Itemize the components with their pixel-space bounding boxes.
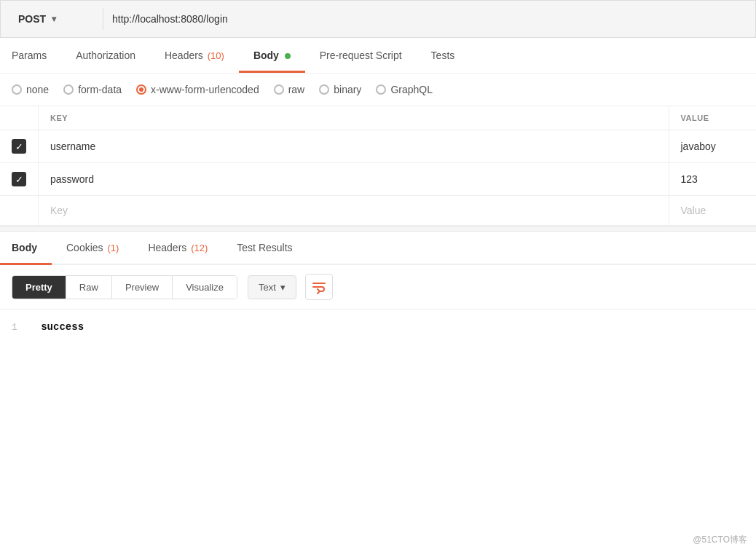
radio-none-circle xyxy=(12,84,22,95)
url-input[interactable] xyxy=(109,7,747,31)
response-format-bar: Pretty Raw Preview Visualize Text ▾ xyxy=(0,265,756,309)
cookies-badge: (1) xyxy=(107,243,119,253)
request-tabs: Params Authorization Headers (10) Body P… xyxy=(0,38,756,74)
format-tab-preview[interactable]: Preview xyxy=(112,276,173,299)
wrap-button[interactable] xyxy=(305,274,333,300)
radio-urlencoded-circle xyxy=(136,84,146,95)
radio-none-label: none xyxy=(26,84,49,95)
row2-key[interactable]: password xyxy=(39,163,669,196)
radio-graphql[interactable]: GraphQL xyxy=(376,84,433,95)
response-tab-headers[interactable]: Headers (12) xyxy=(133,232,222,264)
line-number-1: 1 xyxy=(12,322,17,333)
method-dropdown[interactable]: POST ▾ xyxy=(9,7,97,31)
text-dropdown-label: Text xyxy=(259,282,276,293)
row2-value[interactable]: 123 xyxy=(669,163,756,196)
col-checkbox-header xyxy=(0,106,39,130)
tab-body[interactable]: Body xyxy=(239,38,305,73)
radio-binary-circle xyxy=(319,84,329,95)
row2-checkbox-cell[interactable]: ✓ xyxy=(0,163,39,196)
row3-checkbox-cell xyxy=(0,196,39,226)
table-row-empty: Key Value xyxy=(0,196,756,226)
row1-checkbox-cell[interactable]: ✓ xyxy=(0,130,39,163)
format-tab-pretty[interactable]: Pretty xyxy=(12,276,66,299)
radio-raw-circle xyxy=(274,84,284,95)
format-tabs: Pretty Raw Preview Visualize xyxy=(12,275,237,299)
response-line-1-text: success xyxy=(41,321,84,333)
text-type-dropdown[interactable]: Text ▾ xyxy=(248,275,296,299)
section-separator xyxy=(0,226,756,232)
url-bar: POST ▾ xyxy=(0,0,756,38)
response-tab-body[interactable]: Body xyxy=(0,232,52,264)
radio-graphql-circle xyxy=(376,84,386,95)
body-dot-icon xyxy=(285,53,291,59)
tab-authorization[interactable]: Authorization xyxy=(61,38,150,73)
row1-value[interactable]: javaboy xyxy=(669,130,756,163)
checkbox-checked-icon[interactable]: ✓ xyxy=(12,172,26,186)
tab-tests[interactable]: Tests xyxy=(417,38,470,73)
radio-raw-label: raw xyxy=(288,84,305,95)
row3-value-placeholder[interactable]: Value xyxy=(669,196,756,226)
response-tab-test-results[interactable]: Test Results xyxy=(222,232,307,264)
tab-headers[interactable]: Headers (10) xyxy=(150,38,239,73)
radio-urlencoded[interactable]: x-www-form-urlencoded xyxy=(136,84,259,95)
radio-none[interactable]: none xyxy=(12,84,49,95)
tab-pre-request-script[interactable]: Pre-request Script xyxy=(305,38,417,73)
tab-params[interactable]: Params xyxy=(0,38,61,73)
col-key-header: KEY xyxy=(39,106,669,130)
url-divider xyxy=(103,8,103,30)
response-headers-badge: (12) xyxy=(191,243,208,253)
format-tab-visualize[interactable]: Visualize xyxy=(173,276,237,299)
headers-badge: (10) xyxy=(208,50,224,61)
row3-key-placeholder[interactable]: Key xyxy=(39,196,669,226)
body-type-row: none form-data x-www-form-urlencoded raw… xyxy=(0,74,756,106)
table-row: ✓ password 123 xyxy=(0,163,756,196)
table-row: ✓ username javaboy xyxy=(0,130,756,163)
response-tabs: Body Cookies (1) Headers (12) Test Resul… xyxy=(0,232,756,265)
chevron-down-icon: ▾ xyxy=(52,14,56,24)
radio-urlencoded-label: x-www-form-urlencoded xyxy=(151,84,259,95)
response-tab-cookies[interactable]: Cookies (1) xyxy=(52,232,133,264)
radio-form-data-circle xyxy=(63,84,74,95)
checkbox-checked-icon[interactable]: ✓ xyxy=(12,139,26,154)
radio-form-data[interactable]: form-data xyxy=(63,84,122,95)
row1-key[interactable]: username xyxy=(39,130,669,163)
radio-binary-label: binary xyxy=(334,84,361,95)
response-body: 1 success xyxy=(0,309,756,344)
kv-table: KEY VALUE ✓ username javaboy ✓ password … xyxy=(0,106,756,226)
radio-raw[interactable]: raw xyxy=(274,84,305,95)
text-chevron-icon: ▾ xyxy=(280,282,286,293)
wrap-icon xyxy=(312,280,326,294)
radio-form-data-label: form-data xyxy=(78,84,122,95)
format-tab-raw[interactable]: Raw xyxy=(66,276,112,299)
col-value-header: VALUE xyxy=(669,106,756,130)
radio-graphql-label: GraphQL xyxy=(390,84,433,95)
method-label: POST xyxy=(18,13,46,25)
radio-binary[interactable]: binary xyxy=(319,84,361,95)
